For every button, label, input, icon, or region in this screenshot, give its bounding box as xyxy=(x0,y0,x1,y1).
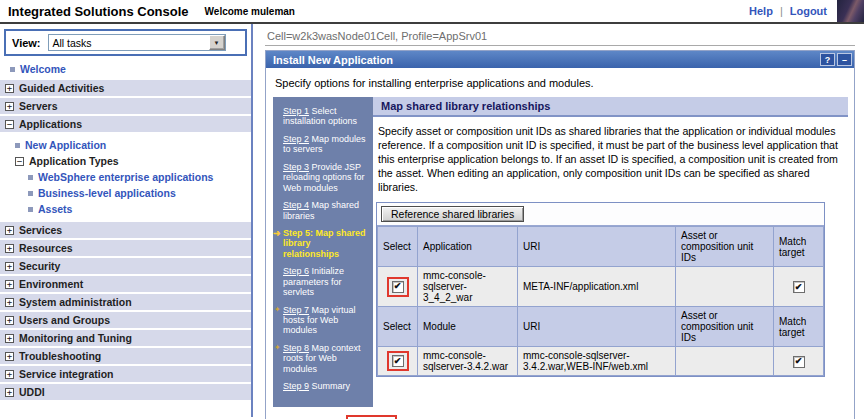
select-application-checkbox[interactable]: ✔ xyxy=(392,281,404,293)
help-link[interactable]: Help xyxy=(749,5,773,17)
sidebar-section-resources[interactable]: + Resources xyxy=(0,240,251,256)
banner-graphic xyxy=(837,0,864,22)
panel-help-button[interactable]: ? xyxy=(820,53,835,66)
step-3-link[interactable]: Step 3 xyxy=(283,162,309,172)
panel-controls: ? – xyxy=(820,53,852,66)
application-asset-ids-cell xyxy=(676,267,774,307)
top-links: Help | Logout xyxy=(749,5,837,17)
wizard-step-9: Step 9 Summary xyxy=(283,381,369,391)
sidebar-section-uddi[interactable]: + UDDI xyxy=(0,384,251,400)
panel-body: Specify options for installing enterpris… xyxy=(266,68,854,419)
navigation-sidebar: View: All tasks ▼ Welcome + Guided Activ… xyxy=(0,24,253,417)
sidebar-section-services[interactable]: + Services xyxy=(0,222,251,238)
step-6-link[interactable]: Step 6 xyxy=(283,266,309,276)
collapse-icon[interactable]: − xyxy=(5,120,14,129)
welcome-link: Welcome xyxy=(20,63,66,75)
module-asset-ids-cell xyxy=(676,347,774,376)
sidebar-section-servers[interactable]: + Servers xyxy=(0,98,251,114)
module-header-row: Select Module URI Asset or composition u… xyxy=(378,307,824,347)
expand-icon[interactable]: + xyxy=(5,226,14,235)
expand-icon[interactable]: + xyxy=(5,280,14,289)
wizard-step-6: Step 6 Initialize parameters for servlet… xyxy=(283,266,369,297)
module-name-cell: mmc-console-sqlserver-3.4.2.war xyxy=(418,347,518,376)
shared-library-table: Reference shared libraries Select Applic… xyxy=(376,202,825,377)
wizard-step-content: Map shared library relationships Specify… xyxy=(373,97,848,407)
sidebar-section-system-administration[interactable]: + System administration xyxy=(0,294,251,310)
expand-icon[interactable]: + xyxy=(5,262,14,271)
panel-minimize-button[interactable]: – xyxy=(837,53,852,66)
table-toolbar: Reference shared libraries xyxy=(377,203,824,226)
annotation-highlight: ✔ xyxy=(387,351,409,371)
step-1-link[interactable]: Step 1 xyxy=(283,106,309,116)
sidebar-item-assets[interactable]: Assets xyxy=(28,201,251,217)
wizard-steps-list: Step 1 Select installation options Step … xyxy=(273,97,373,407)
logout-link[interactable]: Logout xyxy=(790,5,827,17)
step-4-link[interactable]: Step 4 xyxy=(283,200,309,210)
sidebar-section-environment[interactable]: + Environment xyxy=(0,276,251,292)
reference-shared-libraries-button[interactable]: Reference shared libraries xyxy=(381,206,524,222)
dropdown-arrow-icon[interactable]: ▼ xyxy=(209,35,225,50)
expand-icon[interactable]: + xyxy=(5,102,14,111)
step-9-link[interactable]: Step 9 xyxy=(283,381,309,391)
step-marker-icon: ✦ xyxy=(274,305,281,314)
install-new-application-panel: Install New Application ? – Specify opti… xyxy=(265,50,855,419)
current-step-arrow-icon: ➜ xyxy=(273,228,281,238)
wizard-step-8: ✦ Step 8 Map context roots for Web modul… xyxy=(283,343,369,374)
content-area: Cell=w2k3wasNode01Cell, Profile=AppSrv01… xyxy=(253,24,864,417)
expand-icon[interactable]: + xyxy=(5,316,14,325)
bullet-icon xyxy=(15,143,20,148)
wizard-step-2: Step 2 Map modules to servers xyxy=(283,134,369,155)
expand-icon[interactable]: + xyxy=(5,370,14,379)
websphere-console-screen: Integrated Solutions Console Welcome mul… xyxy=(0,0,864,419)
expand-icon[interactable]: + xyxy=(5,84,14,93)
view-select[interactable]: All tasks ▼ xyxy=(48,34,226,51)
module-match-target-checkbox[interactable]: ✔ xyxy=(793,356,805,368)
top-banner: Integrated Solutions Console Welcome mul… xyxy=(0,0,864,24)
sidebar-item-websphere-enterprise-applications[interactable]: WebSphere enterprise applications xyxy=(28,169,251,185)
sidebar-item-business-level-applications[interactable]: Business-level applications xyxy=(28,185,251,201)
application-types-list: WebSphere enterprise applications Busine… xyxy=(15,169,251,217)
sidebar-section-troubleshooting[interactable]: + Troubleshooting xyxy=(0,348,251,364)
bullet-icon xyxy=(28,207,33,212)
wizard-step-1: Step 1 Select installation options xyxy=(283,106,369,127)
application-match-target-checkbox[interactable]: ✔ xyxy=(793,281,805,293)
applications-section-body: New Application − Application Types WebS… xyxy=(0,134,251,222)
step-marker-icon: ✦ xyxy=(274,343,281,352)
wizard: Step 1 Select installation options Step … xyxy=(273,97,848,407)
sidebar-section-applications[interactable]: − Applications xyxy=(0,116,251,132)
expand-icon[interactable]: + xyxy=(5,298,14,307)
expand-icon[interactable]: + xyxy=(5,244,14,253)
step-8-link[interactable]: Step 8 xyxy=(283,343,309,353)
expand-icon[interactable]: + xyxy=(5,334,14,343)
step-description: Specify asset or composition unit IDs as… xyxy=(373,117,848,202)
wizard-intro-text: Specify options for installing enterpris… xyxy=(275,77,848,89)
select-module-checkbox[interactable]: ✔ xyxy=(392,355,404,367)
collapse-icon[interactable]: − xyxy=(15,157,24,166)
sidebar-item-application-types[interactable]: − Application Types xyxy=(15,153,251,169)
expand-icon[interactable]: + xyxy=(5,352,14,361)
sidebar-section-service-integration[interactable]: + Service integration xyxy=(0,366,251,382)
bullet-icon xyxy=(28,175,33,180)
sidebar-section-guided-activities[interactable]: + Guided Activities xyxy=(0,80,251,96)
step-7-link[interactable]: Step 7 xyxy=(283,305,309,315)
expand-icon[interactable]: + xyxy=(5,388,14,397)
panel-titlebar: Install New Application ? – xyxy=(266,51,854,68)
sidebar-section-monitoring-and-tuning[interactable]: + Monitoring and Tuning xyxy=(0,330,251,346)
sidebar-section-users-and-groups[interactable]: + Users and Groups xyxy=(0,312,251,328)
sidebar-section-security[interactable]: + Security xyxy=(0,258,251,274)
welcome-user-label: Welcome muleman xyxy=(205,6,295,17)
link-separator: | xyxy=(780,5,783,17)
wizard-step-4: Step 4 Map shared libraries xyxy=(283,200,369,221)
application-uri-cell: META-INF/application.xml xyxy=(518,267,676,307)
module-uri-cell: mmc-console-sqlserver-3.4.2.war,WEB-INF/… xyxy=(518,347,676,376)
annotation-highlight: ✔ xyxy=(387,277,409,297)
annotation-highlight: Next xyxy=(346,415,398,419)
application-row: ✔ mmc-console-sqlserver-3_4_2_war META-I… xyxy=(378,267,824,307)
step-heading: Map shared library relationships xyxy=(373,97,848,117)
sidebar-item-welcome[interactable]: Welcome xyxy=(0,61,251,80)
sidebar-item-new-application[interactable]: New Application xyxy=(15,137,251,153)
shared-library-mapping-table: Select Application URI Asset or composit… xyxy=(377,226,824,376)
bullet-icon xyxy=(10,67,15,72)
step-2-link[interactable]: Step 2 xyxy=(283,134,309,144)
panel-title: Install New Application xyxy=(273,54,393,66)
